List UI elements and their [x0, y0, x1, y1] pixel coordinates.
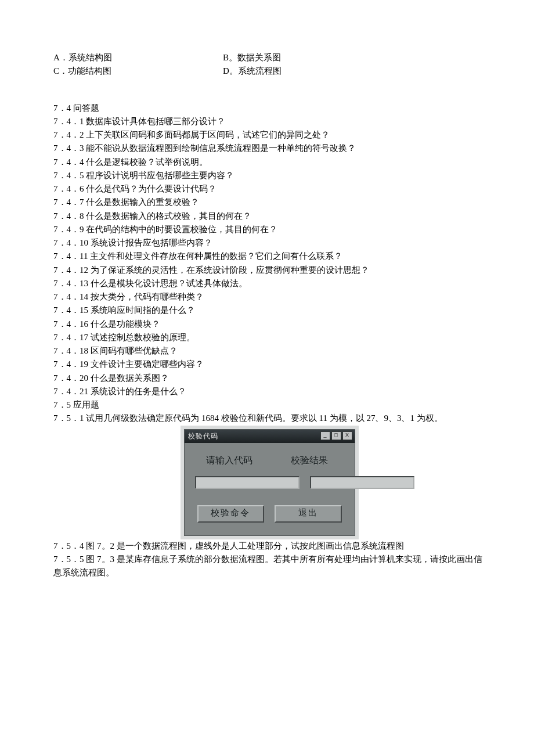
result-output[interactable]: [310, 476, 414, 489]
exit-button[interactable]: 退出: [275, 505, 342, 523]
mc-row-ab: A．系统结构图 B。数据关系图: [53, 51, 485, 64]
mc-text: 系统结构图: [68, 53, 112, 62]
mc-letter: D。: [223, 66, 238, 75]
question-item: 7．4．17 试述控制总数校验的原理。: [53, 331, 485, 344]
mc-option-d: D。系统流程图: [223, 64, 282, 78]
question-item: 7．4．16 什么是功能模块？: [53, 318, 485, 331]
question-item: 7．4．21 系统设计的任务是什么？: [53, 385, 485, 398]
question-item: 7．4．14 按大类分，代码有哪些种类？: [53, 290, 485, 304]
question-item: 7．4．4 什么是逻辑校验？试举例说明。: [53, 156, 485, 169]
mc-option-b: B。数据关系图: [223, 51, 281, 64]
question-item: 7．4．2 上下关联区间码和多面码都属于区间码，试述它们的异同之处？: [53, 128, 485, 142]
question-item: 7．4．20 什么是数据关系图？: [53, 372, 485, 385]
window-title: 校验代码: [188, 431, 218, 442]
apply-item: 7．5．1 试用几何级数法确定原代码为 1684 校验位和新代码。要求以 11 …: [53, 412, 485, 425]
question-item: 7．4．7 什么是数据输入的重复校验？: [53, 196, 485, 209]
question-item: 7．4．18 区间码有哪些优缺点？: [53, 344, 485, 358]
section-header-7-5: 7．5 应用题: [53, 398, 485, 412]
question-item: 7．4．6 什么是代码？为什么要设计代码？: [53, 182, 485, 196]
close-icon[interactable]: X: [342, 431, 352, 440]
apply-item: 7．5．5 图 7。3 是某库存信息子系统的部分数据流程图。若其中所有所有处理均…: [53, 553, 485, 580]
question-item: 7．4．19 文件设计主要确定哪些内容？: [53, 358, 485, 371]
question-item: 7．4．13 什么是模块化设计思想？试述具体做法。: [53, 277, 485, 290]
embedded-screenshot: 校验代码 _ □ X 请输入代码 校验结果 校验命令 退出: [53, 429, 485, 536]
client-area: 请输入代码 校验结果 校验命令 退出: [185, 443, 355, 535]
question-item: 7．4．3 能不能说从数据流程图到绘制信息系统流程图是一种单纯的符号改换？: [53, 142, 485, 155]
mc-letter: A．: [53, 53, 68, 62]
mc-text: 数据关系图: [237, 53, 281, 62]
mc-option-a: A．系统结构图: [53, 51, 223, 64]
apply-item: 7．5．4 图 7。2 是一个数据流程图，虚线外是人工处理部分，试按此图画出信息…: [53, 539, 485, 553]
question-item: 7．4．15 系统响应时间指的是什么？: [53, 304, 485, 317]
app-window: 校验代码 _ □ X 请输入代码 校验结果 校验命令 退出: [184, 429, 355, 536]
section-header-7-4: 7．4 问答题: [53, 102, 485, 115]
document-page: A．系统结构图 B。数据关系图 C．功能结构图 D。系统流程图 7．4 问答题 …: [0, 0, 534, 756]
title-bar[interactable]: 校验代码 _ □ X: [185, 430, 355, 444]
maximize-icon[interactable]: □: [331, 431, 341, 440]
mc-letter: C．: [53, 66, 68, 75]
verify-button[interactable]: 校验命令: [197, 505, 265, 523]
minimize-icon[interactable]: _: [320, 431, 330, 440]
question-item: 7．4．5 程序设计说明书应包括哪些主要内容？: [53, 169, 485, 182]
mc-option-c: C．功能结构图: [53, 64, 223, 78]
mc-row-cd: C．功能结构图 D。系统流程图: [53, 64, 485, 78]
mc-text: 功能结构图: [68, 66, 111, 75]
input-label: 请输入代码: [195, 453, 265, 468]
question-item: 7．4．10 系统设计报告应包括哪些内容？: [53, 236, 485, 250]
result-label: 校验结果: [275, 453, 344, 468]
question-item: 7．4．1 数据库设计具体包括哪三部分设计？: [53, 115, 485, 128]
mc-text: 系统流程图: [238, 66, 282, 75]
mc-letter: B。: [223, 53, 237, 62]
code-input[interactable]: [195, 476, 300, 489]
question-item: 7．4．12 为了保证系统的灵活性，在系统设计阶段，应贯彻何种重要的设计思想？: [53, 264, 485, 277]
question-item: 7．4．8 什么是数据输入的格式校验，其目的何在？: [53, 210, 485, 223]
question-item: 7．4．11 主文件和处理文件存放在何种属性的数据？它们之间有什么联系？: [53, 250, 485, 263]
window-buttons: _ □ X: [320, 431, 352, 440]
question-item: 7．4．9 在代码的结构中的时要设置校验位，其目的何在？: [53, 223, 485, 236]
